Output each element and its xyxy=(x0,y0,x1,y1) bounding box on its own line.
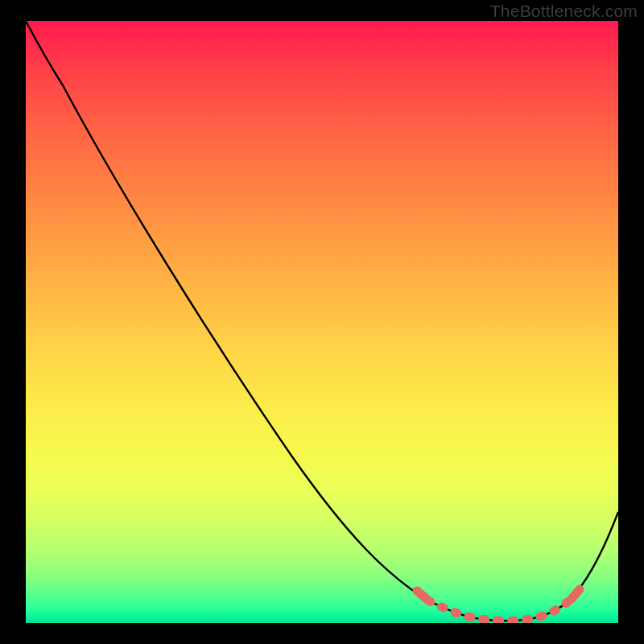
main-curve xyxy=(26,21,618,621)
chart-svg xyxy=(26,21,618,623)
chart-frame: TheBottleneck.com xyxy=(0,0,644,644)
highlight-end-left xyxy=(417,591,427,599)
watermark-text: TheBottleneck.com xyxy=(490,2,638,21)
highlight-end-right xyxy=(572,589,580,599)
